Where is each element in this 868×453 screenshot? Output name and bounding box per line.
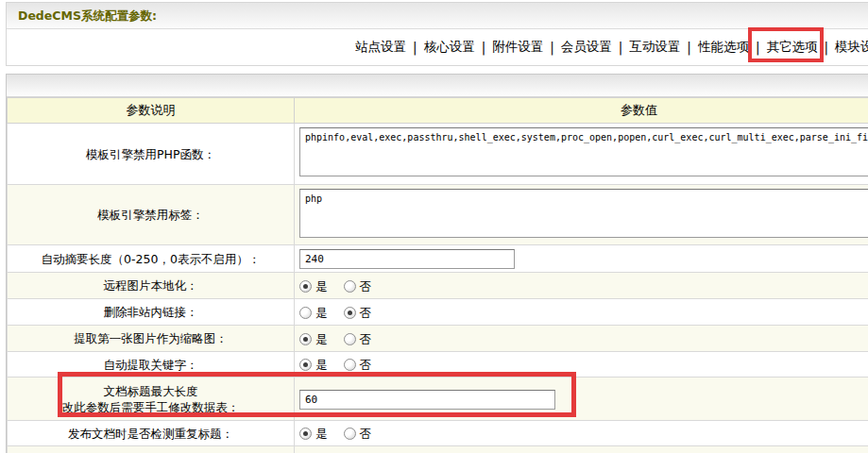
tab-member-settings[interactable]: 会员设置 (561, 39, 612, 56)
tab-separator: | (550, 40, 554, 55)
radio-label-no: 否 (360, 358, 372, 372)
title-bar: DedeCMS系统配置参数: (7, 3, 868, 29)
tab-separator: | (687, 40, 691, 55)
column-header-param-value: 参数值 (295, 98, 868, 124)
param-label: 远程图片本地化： (8, 273, 295, 299)
radio-group: 是 否 (295, 326, 868, 352)
column-header-param-name: 参数说明 (8, 98, 295, 124)
table-row: 模板引擎禁用PHP函数： phpinfo,eval,exec,passthru,… (8, 124, 868, 185)
param-label: 删除非站内链接： (8, 299, 295, 326)
header-panel: DedeCMS系统配置参数: 站点设置 | 核心设置 | 附件设置 | 会员设置… (6, 2, 868, 66)
param-label: 文档标题最大长度 改此参数后需要手工修改数据表： (8, 378, 295, 421)
radio-label-no: 否 (360, 306, 372, 320)
config-table: 参数说明 参数值 模板引擎禁用PHP函数： phpinfo,eval,exec,… (7, 97, 868, 453)
radio-label-yes: 是 (315, 306, 328, 320)
radio-no[interactable] (344, 333, 356, 345)
table-row: 自动提取关键字： 是 否 (8, 352, 868, 378)
radio-no[interactable] (344, 428, 356, 440)
toolbar-band (7, 75, 868, 97)
tab-separator: | (824, 40, 828, 55)
param-label: 跳转网址是否直接跳转？（否则显示中转页）： (8, 446, 295, 453)
tab-separator: | (619, 40, 623, 55)
page-title: DedeCMS系统配置参数: (18, 8, 157, 23)
table-row: 远程图片本地化： 是 否 (8, 273, 868, 299)
radio-group: 是 否 (295, 299, 868, 326)
radio-group: 是 否 (295, 273, 868, 299)
tab-performance-options[interactable]: 性能选项 (698, 39, 749, 56)
config-table-panel: 参数说明 参数值 模板引擎禁用PHP函数： phpinfo,eval,exec,… (6, 74, 868, 453)
param-label: 自动摘要长度（0-250，0表示不启用）： (8, 245, 295, 273)
param-label: 模板引擎禁用PHP函数： (8, 124, 295, 185)
radio-group: 是 否 (295, 421, 868, 446)
page-wrapper: DedeCMS系统配置参数: 站点设置 | 核心设置 | 附件设置 | 会员设置… (6, 2, 868, 453)
table-row: 删除非站内链接： 是 否 (8, 299, 868, 326)
radio-label-yes: 是 (315, 332, 328, 346)
tab-separator: | (413, 40, 417, 55)
table-row: 提取第一张图片作为缩略图： 是 否 (8, 326, 868, 352)
table-row: 自动摘要长度（0-250，0表示不启用）： (8, 245, 868, 273)
tab-module-settings[interactable]: 模块设置 (835, 39, 868, 56)
tab-core-settings[interactable]: 核心设置 (424, 39, 475, 56)
radio-no[interactable] (344, 280, 356, 293)
tab-site-settings[interactable]: 站点设置 (355, 39, 406, 56)
radio-label-yes: 是 (315, 279, 328, 294)
table-row: 跳转网址是否直接跳转？（否则显示中转页）： 是 否 (8, 446, 868, 453)
param-label: 自动提取关键字： (8, 352, 295, 378)
param-label: 模板引擎禁用标签： (8, 185, 295, 245)
radio-label-no: 否 (360, 279, 372, 294)
radio-no[interactable] (344, 307, 356, 319)
table-header-row: 参数说明 参数值 (8, 98, 868, 124)
tab-attachment-settings[interactable]: 附件设置 (492, 39, 543, 56)
disabled-tags-textarea[interactable]: php (299, 189, 868, 238)
param-label: 发布文档时是否检测重复标题： (8, 421, 295, 446)
auto-summary-length-input[interactable] (299, 249, 515, 269)
dedecms-config-page: { "header": { "title": "DedeCMS系统配置参数:" … (0, 0, 868, 453)
tab-interaction-settings[interactable]: 互动设置 (629, 39, 680, 56)
radio-group: 是 否 (295, 446, 868, 453)
radio-yes[interactable] (299, 333, 312, 345)
table-row-max-title-length: 文档标题最大长度 改此参数后需要手工修改数据表： (8, 378, 868, 421)
radio-yes[interactable] (299, 307, 312, 319)
table-row: 发布文档时是否检测重复标题： 是 否 (8, 421, 868, 446)
tab-separator: | (482, 40, 486, 55)
radio-no[interactable] (344, 359, 356, 371)
radio-label-yes: 是 (315, 358, 328, 372)
radio-label-no: 否 (360, 427, 372, 441)
radio-group: 是 否 (295, 352, 868, 378)
radio-label-no: 否 (360, 332, 372, 346)
tab-separator: | (756, 40, 760, 55)
settings-tab-bar: 站点设置 | 核心设置 | 附件设置 | 会员设置 | 互动设置 | 性能选项 … (7, 29, 868, 65)
table-row: 模板引擎禁用标签： php (8, 185, 868, 245)
radio-label-yes: 是 (315, 427, 328, 441)
disabled-php-functions-textarea[interactable]: phpinfo,eval,exec,passthru,shell_exec,sy… (299, 127, 868, 176)
tab-other-options[interactable]: 其它选项 (766, 39, 817, 56)
max-title-length-input[interactable] (299, 390, 555, 410)
radio-yes[interactable] (299, 359, 312, 371)
radio-yes[interactable] (299, 428, 312, 440)
param-label: 提取第一张图片作为缩略图： (8, 326, 295, 352)
radio-yes[interactable] (299, 280, 312, 293)
